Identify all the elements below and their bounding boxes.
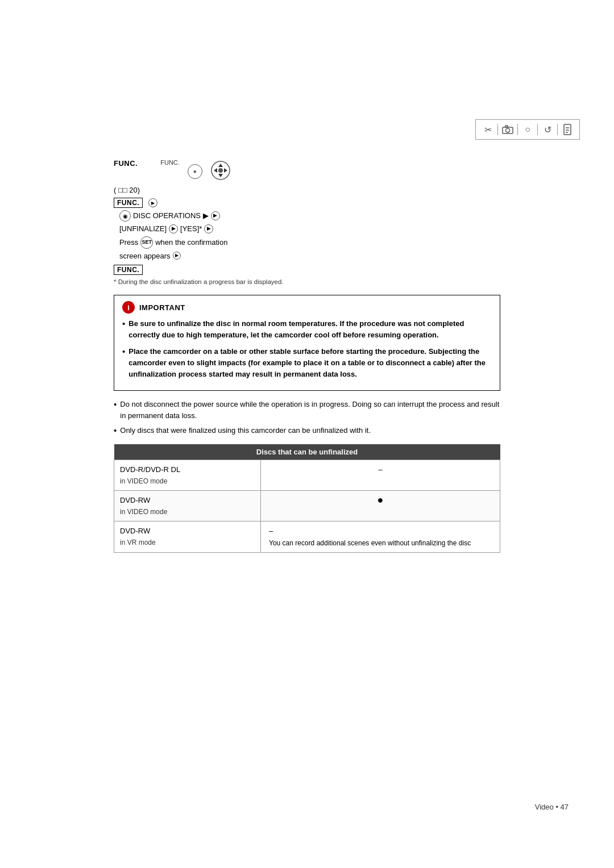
disc-ops-line: ◉ DISC OPERATIONS ▶ ▶ bbox=[119, 210, 500, 222]
circle-icon: ○ bbox=[520, 122, 535, 137]
steps-area: ◉ DISC OPERATIONS ▶ ▶ [UNFINALIZE] ▶ [YE… bbox=[119, 210, 500, 261]
screen-appears-text: screen appears bbox=[119, 251, 171, 262]
page-ref-text: ( □□ 20) bbox=[114, 186, 140, 194]
small-circle: ▶ bbox=[173, 252, 181, 260]
important-bullet-1: • Be sure to unfinalize the disc in norm… bbox=[122, 318, 492, 341]
func-box-1: FUNC. bbox=[114, 198, 143, 208]
camera-icon bbox=[500, 122, 515, 137]
svg-marker-9 bbox=[218, 174, 223, 177]
main-content: FUNC. FUNC. ● bbox=[114, 159, 500, 564]
important-section: i IMPORTANT • Be sure to unfinalize the … bbox=[114, 295, 500, 391]
svg-marker-10 bbox=[214, 168, 217, 173]
disc-value-dvdrw-vr: – You can record additional scenes even … bbox=[261, 521, 500, 553]
important-bullets: • Be sure to unfinalize the disc in norm… bbox=[122, 318, 492, 380]
footnote-text: * During the disc unfinalization a progr… bbox=[114, 278, 284, 285]
important-bullet-text-2: Place the camcorder on a table or other … bbox=[128, 346, 492, 380]
icon-divider bbox=[497, 124, 498, 135]
scissors-icon: ✂ bbox=[480, 122, 495, 137]
icon-divider-2 bbox=[517, 124, 518, 135]
disc-sub-dvdrw: in VIDEO mode bbox=[120, 508, 167, 516]
table-row-dvdrw-video: DVD-RW in VIDEO mode ● bbox=[114, 491, 500, 521]
disc-value-dvdr: – bbox=[261, 460, 500, 491]
footnote: * During the disc unfinalization a progr… bbox=[114, 277, 500, 287]
important-bullet-text-1: Be sure to unfinalize the disc in normal… bbox=[128, 318, 492, 341]
press-text: Press bbox=[119, 237, 138, 248]
screen-appears-line: screen appears ▶ bbox=[119, 251, 500, 262]
arrow-circle-2: ▶ bbox=[169, 224, 178, 233]
disc-type-dvdrw-vr: DVD-RW bbox=[120, 527, 150, 535]
page-ref-line: ( □□ 20) bbox=[114, 186, 500, 194]
disc-ops-text: DISC OPERATIONS bbox=[133, 210, 201, 222]
normal-bullet-2: • Only discs that were finalized using t… bbox=[114, 425, 500, 436]
dvdrw-vr-note: You can record additional scenes even wi… bbox=[269, 538, 494, 548]
icon-divider-4 bbox=[557, 124, 558, 135]
yes-text: [YES]* bbox=[180, 223, 202, 235]
disc-type-dvdr: DVD-R/DVD-R DL bbox=[120, 465, 180, 474]
important-bullet-2: • Place the camcorder on a table or othe… bbox=[122, 346, 492, 380]
refresh-icon: ↺ bbox=[540, 122, 555, 137]
func-label-row: FUNC. FUNC. ● bbox=[114, 159, 500, 182]
table-row-dvdrw-vr: DVD-RW in VR mode – You can record addit… bbox=[114, 521, 500, 553]
bullet-dot-1: • bbox=[122, 318, 125, 329]
disc-sub-dvdr: in VIDEO mode bbox=[120, 477, 167, 485]
important-title: IMPORTANT bbox=[139, 303, 185, 312]
func-box-circle: ▶ bbox=[148, 198, 157, 207]
disc-sub-dvdrw-vr: in VR mode bbox=[120, 539, 156, 546]
func-box-line-2: FUNC. bbox=[114, 265, 500, 275]
disc-table: Discs that can be unfinalized DVD-R/DVD-… bbox=[114, 444, 500, 553]
normal-bullet-1: • Do not disconnect the power source whi… bbox=[114, 399, 500, 422]
svg-marker-11 bbox=[224, 168, 227, 173]
filled-circle-icon: ● bbox=[377, 494, 384, 506]
normal-bullet-dot-2: • bbox=[114, 425, 117, 436]
func-box-line-1: FUNC. ▶ bbox=[114, 198, 500, 208]
arrow-circle-3: ▶ bbox=[204, 224, 213, 233]
bullet-dot-2: • bbox=[122, 346, 125, 357]
page-number: Video • 47 bbox=[535, 803, 569, 811]
unfinalize-line: [UNFINALIZE] ▶ [YES]* ▶ bbox=[119, 223, 500, 235]
func-small-label: FUNC. bbox=[160, 159, 180, 166]
svg-point-1 bbox=[506, 128, 510, 132]
disc-name-dvdr: DVD-R/DVD-R DL in VIDEO mode bbox=[114, 460, 261, 491]
important-header: i IMPORTANT bbox=[122, 301, 492, 314]
table-header: Discs that can be unfinalized bbox=[114, 444, 500, 460]
svg-rect-2 bbox=[505, 126, 508, 127]
set-icon: SET bbox=[140, 236, 153, 249]
func-icons: ● bbox=[188, 160, 231, 182]
table-row-dvdr: DVD-R/DVD-R DL in VIDEO mode – bbox=[114, 460, 500, 491]
normal-bullet-text-2: Only discs that were finalized using thi… bbox=[120, 425, 371, 436]
confirmation-text: when the confirmation bbox=[155, 237, 227, 248]
svg-rect-3 bbox=[564, 124, 571, 135]
func-circle-button: ● bbox=[188, 164, 202, 179]
disc-name-dvdrw-vr: DVD-RW in VR mode bbox=[114, 521, 261, 553]
page-footer: Video • 47 bbox=[535, 803, 569, 811]
unfinalize-text: [UNFINALIZE] bbox=[119, 223, 167, 235]
icon-divider-3 bbox=[537, 124, 538, 135]
arrow-1: ▶ bbox=[203, 210, 209, 222]
normal-bullets: • Do not disconnect the power source whi… bbox=[114, 399, 500, 436]
normal-bullet-dot-1: • bbox=[114, 399, 117, 410]
disc-type-dvdrw: DVD-RW bbox=[120, 496, 150, 504]
normal-bullet-text-1: Do not disconnect the power source while… bbox=[120, 399, 500, 422]
svg-marker-8 bbox=[218, 164, 223, 167]
disc-value-dvdrw-video: ● bbox=[261, 491, 500, 521]
arrow-circle-1: ▶ bbox=[211, 211, 220, 220]
disc-circle-icon: ◉ bbox=[119, 210, 131, 222]
svg-point-12 bbox=[218, 168, 223, 173]
important-icon: i bbox=[122, 301, 135, 314]
func-box-2: FUNC. bbox=[114, 265, 143, 275]
func-bold-label: FUNC. bbox=[114, 159, 138, 168]
top-icons-bar: ✂ ○ ↺ bbox=[475, 119, 580, 140]
document-icon bbox=[560, 122, 575, 137]
press-line: Press SET when the confirmation bbox=[119, 236, 500, 249]
nav-cross-icon bbox=[210, 160, 231, 182]
disc-name-dvdrw-video: DVD-RW in VIDEO mode bbox=[114, 491, 261, 521]
dvdrw-vr-dash: – bbox=[269, 525, 494, 537]
